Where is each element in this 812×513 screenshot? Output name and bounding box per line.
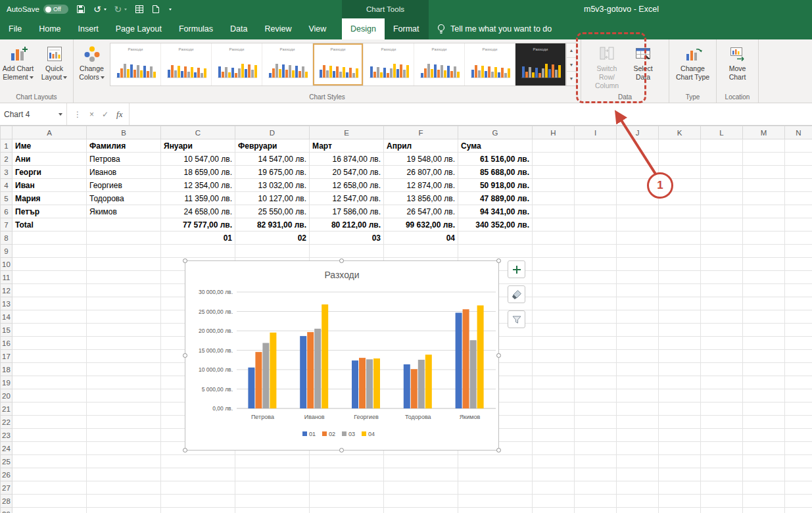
cell-A11[interactable]	[12, 271, 87, 284]
cell-I9[interactable]	[575, 245, 617, 258]
tab-design[interactable]: Design	[342, 18, 385, 39]
tab-view[interactable]: View	[300, 18, 335, 39]
chart-bar-04-Петрова[interactable]	[270, 333, 276, 408]
column-header-F[interactable]: F	[384, 126, 458, 139]
gallery-more-button[interactable]: ▼	[567, 72, 576, 86]
cell-K16[interactable]	[659, 337, 701, 350]
chart-bar-01-Якимов[interactable]	[456, 313, 462, 408]
cell-H6[interactable]	[533, 205, 575, 218]
cell-I25[interactable]	[575, 455, 617, 468]
cell-F26[interactable]	[384, 468, 458, 481]
cell-L17[interactable]	[701, 350, 743, 363]
chart-style-thumbnail-6[interactable]: Разходи	[364, 43, 414, 86]
cell-D1[interactable]: Февруари	[235, 139, 310, 153]
cell-L21[interactable]	[701, 403, 743, 416]
cell-H20[interactable]	[533, 389, 575, 403]
cell-J19[interactable]	[617, 376, 659, 389]
cell-N28[interactable]	[785, 495, 812, 508]
cell-I27[interactable]	[575, 481, 617, 495]
cell-L16[interactable]	[701, 337, 743, 350]
cell-M5[interactable]	[743, 192, 785, 205]
column-header-E[interactable]: E	[310, 126, 384, 139]
cell-G26[interactable]	[458, 468, 533, 481]
cell-M2[interactable]	[743, 153, 785, 166]
cell-K15[interactable]	[659, 324, 701, 337]
cell-E6[interactable]: 17 586,00 лв.	[310, 205, 384, 218]
legend-swatch-02[interactable]	[322, 431, 327, 436]
chart-style-thumbnail-9[interactable]: Разходи	[515, 43, 566, 86]
cell-D4[interactable]: 13 032,00 лв.	[235, 179, 310, 192]
cell-J24[interactable]	[617, 442, 659, 455]
cell-A7[interactable]: Total	[12, 218, 87, 232]
cell-H9[interactable]	[533, 245, 575, 258]
formula-bar-splitter[interactable]: ⋮	[74, 110, 82, 119]
cell-B1[interactable]: Фамилия	[87, 139, 161, 153]
row-header-27[interactable]: 27	[1, 481, 12, 495]
cell-E5[interactable]: 12 547,00 лв.	[310, 192, 384, 205]
name-box[interactable]: Chart 4	[0, 103, 67, 125]
cell-J14[interactable]	[617, 310, 659, 324]
cell-L11[interactable]	[701, 271, 743, 284]
cell-I5[interactable]	[575, 192, 617, 205]
cell-M8[interactable]	[743, 232, 785, 245]
cell-B10[interactable]	[87, 258, 161, 271]
tab-review[interactable]: Review	[256, 18, 300, 39]
cell-I21[interactable]	[575, 403, 617, 416]
chart-resize-handle[interactable]	[339, 258, 344, 263]
chart-bar-04-Иванов[interactable]	[322, 305, 328, 408]
column-header-H[interactable]: H	[533, 126, 575, 139]
legend-label-02[interactable]: 02	[329, 431, 335, 437]
cell-L25[interactable]	[701, 455, 743, 468]
enter-button[interactable]: ✓	[102, 110, 108, 119]
cell-C4[interactable]: 12 354,00 лв.	[161, 179, 235, 192]
row-header-16[interactable]: 16	[1, 337, 12, 350]
row-header-20[interactable]: 20	[1, 389, 12, 403]
row-header-21[interactable]: 21	[1, 403, 12, 416]
cell-J13[interactable]	[617, 297, 659, 310]
cell-L4[interactable]	[701, 179, 743, 192]
cell-H1[interactable]	[533, 139, 575, 153]
cell-A26[interactable]	[12, 468, 87, 481]
chart-bar-04-Якимов[interactable]	[477, 305, 484, 408]
cell-M19[interactable]	[743, 376, 785, 389]
cell-J20[interactable]	[617, 389, 659, 403]
cell-N21[interactable]	[785, 403, 812, 416]
cell-K11[interactable]	[659, 271, 701, 284]
legend-swatch-04[interactable]	[362, 431, 366, 436]
cell-H11[interactable]	[533, 271, 575, 284]
cell-H18[interactable]	[533, 363, 575, 376]
cell-M21[interactable]	[743, 403, 785, 416]
cell-I6[interactable]	[575, 205, 617, 218]
column-header-M[interactable]: M	[743, 126, 785, 139]
cell-G25[interactable]	[458, 455, 533, 468]
row-header-3[interactable]: 3	[1, 166, 12, 179]
cell-A25[interactable]	[12, 455, 87, 468]
cell-L14[interactable]	[701, 310, 743, 324]
add-chart-element-button[interactable]: Add Chart Element	[0, 41, 36, 82]
cell-G27[interactable]	[458, 481, 533, 495]
chart-title[interactable]: Разходи	[324, 270, 359, 280]
column-header-B[interactable]: B	[87, 126, 161, 139]
cell-N23[interactable]	[785, 429, 812, 442]
cell-F9[interactable]	[384, 245, 458, 258]
cell-I15[interactable]	[575, 324, 617, 337]
cell-H4[interactable]	[533, 179, 575, 192]
cell-B9[interactable]	[87, 245, 161, 258]
cell-B23[interactable]	[87, 429, 161, 442]
cell-G6[interactable]: 94 341,00 лв.	[458, 205, 533, 218]
cell-J7[interactable]	[617, 218, 659, 232]
cell-N24[interactable]	[785, 442, 812, 455]
legend-swatch-03[interactable]	[342, 431, 346, 436]
cell-M24[interactable]	[743, 442, 785, 455]
cell-A24[interactable]	[12, 442, 87, 455]
cell-L15[interactable]	[701, 324, 743, 337]
cell-C1[interactable]: Януари	[161, 139, 235, 153]
cell-B25[interactable]	[87, 455, 161, 468]
cell-H23[interactable]	[533, 429, 575, 442]
cell-L1[interactable]	[701, 139, 743, 153]
cell-L26[interactable]	[701, 468, 743, 481]
cell-J27[interactable]	[617, 481, 659, 495]
row-header-4[interactable]: 4	[1, 179, 12, 192]
cell-L24[interactable]	[701, 442, 743, 455]
cell-M14[interactable]	[743, 310, 785, 324]
